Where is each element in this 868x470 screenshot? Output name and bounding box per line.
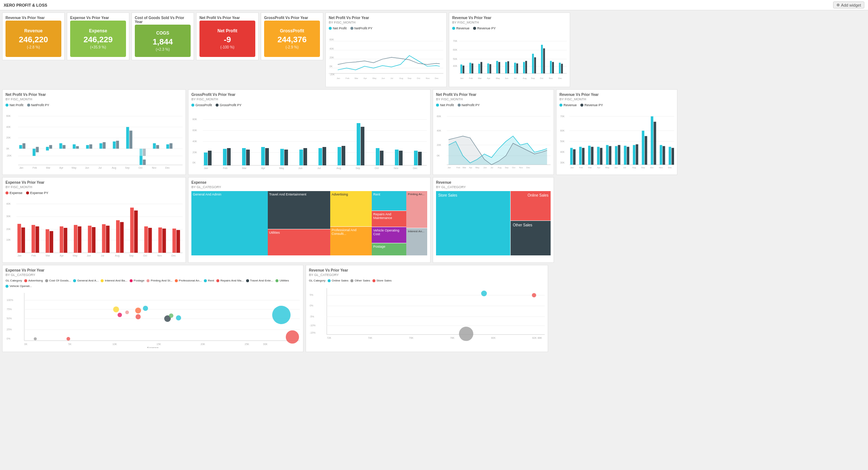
svg-text:75%: 75% <box>7 308 12 311</box>
svg-rect-248 <box>88 226 91 253</box>
svg-rect-33 <box>469 63 471 73</box>
svg-text:Jul: Jul <box>390 77 393 79</box>
svg-rect-255 <box>134 211 138 253</box>
svg-rect-41 <box>505 62 507 73</box>
treemap-postage: Postage <box>372 243 406 255</box>
svg-rect-197 <box>588 146 591 165</box>
cogs-change: (+2.3 %) <box>156 47 170 51</box>
svg-rect-206 <box>627 147 629 165</box>
gross-profit-large-chart: GrossProfit Vs Prior Year BY FISC_MONTH … <box>188 89 431 175</box>
revenue-scatter-svg: 5% 0% -5% -10% -15% 72K 74K 76K 78K 80K … <box>309 284 545 342</box>
svg-rect-249 <box>92 227 96 253</box>
treemap-other-sales: Other Sales <box>511 221 551 255</box>
svg-text:Mar: Mar <box>588 166 592 169</box>
gross-profit-label: GrossProfit <box>280 28 304 33</box>
svg-rect-129 <box>227 148 231 165</box>
svg-rect-54 <box>561 64 563 73</box>
svg-rect-195 <box>579 147 582 165</box>
svg-text:Apr: Apr <box>597 166 600 169</box>
svg-rect-46 <box>525 61 527 73</box>
svg-rect-97 <box>143 159 146 165</box>
svg-rect-140 <box>338 147 341 165</box>
gross-profit-large-subtitle: BY FISC_MONTH <box>191 97 427 101</box>
svg-rect-78 <box>19 145 22 149</box>
svg-text:Nov: Nov <box>394 167 399 169</box>
revenue-label: Revenue <box>24 28 43 33</box>
svg-point-295 <box>272 306 291 324</box>
svg-point-325 <box>481 291 487 297</box>
expense-kpi-card: Expense 246,229 (+35.9 %) <box>70 21 126 57</box>
svg-rect-242 <box>46 229 49 253</box>
svg-text:72K: 72K <box>327 337 332 339</box>
svg-rect-252 <box>116 220 120 253</box>
svg-rect-201 <box>606 145 609 165</box>
svg-rect-35 <box>478 64 480 73</box>
revenue-kpi-card: Revenue 246,220 (-2.8 %) <box>6 21 61 57</box>
svg-text:Jun: Jun <box>87 254 91 257</box>
svg-text:Apr: Apr <box>60 254 64 257</box>
add-widget-button[interactable]: ⊕ Add widget <box>833 1 864 8</box>
svg-rect-34 <box>472 64 473 73</box>
revenue-fisc-subtitle: BY FISC_MONTH <box>452 21 567 24</box>
svg-rect-136 <box>299 150 303 165</box>
expense-gl-legend: GL Category Advertising Cost Of Goods...… <box>6 279 300 288</box>
treemap-utilities: Utilities <box>268 229 330 255</box>
svg-rect-50 <box>543 49 545 73</box>
svg-rect-198 <box>591 147 594 165</box>
revenue-kpi-title: Revenue Vs Prior Year <box>6 16 61 20</box>
treemap-rent: Rent <box>372 191 406 211</box>
svg-rect-83 <box>49 145 52 149</box>
svg-text:Oct: Oct <box>417 77 420 79</box>
svg-text:Oct: Oct <box>375 167 379 169</box>
expense-gl-scatter: Expense Vs Prior Year BY GL_CATEGORY GL … <box>2 265 303 352</box>
svg-text:40K: 40K <box>329 47 334 50</box>
svg-text:May: May <box>279 167 284 170</box>
net-profit-area-subtitle: BY FISC_MONTH <box>436 97 551 101</box>
svg-text:100%: 100% <box>7 299 13 301</box>
svg-text:50K: 50K <box>560 140 565 143</box>
svg-text:Dec: Dec <box>668 166 671 169</box>
svg-rect-100 <box>153 143 156 149</box>
svg-point-294 <box>34 337 37 340</box>
svg-point-296 <box>113 306 119 312</box>
svg-text:Mar: Mar <box>46 166 51 169</box>
svg-rect-256 <box>144 226 148 253</box>
svg-rect-194 <box>573 149 576 165</box>
svg-rect-147 <box>399 151 403 165</box>
revenue-treemap-subtitle: BY GL_CATEGORY <box>436 185 551 189</box>
treemap-travel: Travel And Entertainment <box>268 191 330 229</box>
expense-kpi-title: Expense Vs Prior Year <box>70 16 126 20</box>
svg-text:Aug: Aug <box>336 167 341 170</box>
svg-point-300 <box>143 306 148 311</box>
net-profit-value: -9 <box>224 35 231 44</box>
svg-rect-250 <box>102 224 106 253</box>
svg-point-298 <box>125 311 129 314</box>
revenue-fisc-large-title: Revenue Vs Prior Year <box>559 93 674 97</box>
svg-text:Mar: Mar <box>462 166 466 169</box>
svg-rect-141 <box>342 146 345 165</box>
svg-text:88K: 88K <box>538 337 543 339</box>
svg-rect-37 <box>487 64 489 73</box>
svg-text:40K: 40K <box>6 126 11 128</box>
svg-rect-202 <box>609 146 612 165</box>
svg-rect-196 <box>582 148 584 165</box>
svg-rect-42 <box>507 61 509 73</box>
gross-profit-large-svg: 80K 60K 40K 20K 0K <box>191 108 427 171</box>
svg-text:Dec: Dec <box>413 167 418 169</box>
svg-text:40K: 40K <box>560 151 565 153</box>
svg-text:5K: 5K <box>68 343 72 345</box>
svg-rect-94 <box>126 127 129 149</box>
revenue-gl-scatter-title: Revenue Vs Prior Year <box>309 268 545 272</box>
svg-text:Dec: Dec <box>526 166 530 169</box>
net-profit-kpi-title: Net Profit Vs Prior Year <box>199 16 255 20</box>
revenue-bar-chart-small: 70K 60K 50K 40K <box>452 32 567 83</box>
svg-text:0K: 0K <box>192 161 196 164</box>
cogs-kpi-card: COGS 1,844 (+2.3 %) <box>135 25 191 57</box>
svg-rect-204 <box>618 145 620 165</box>
revenue-treemap-widget: Revenue BY GL_CATEGORY Store Sales Onlin… <box>433 177 554 263</box>
svg-rect-48 <box>534 57 536 73</box>
svg-text:Aug: Aug <box>399 77 403 79</box>
svg-text:Jun: Jun <box>505 77 508 79</box>
revenue-gl-scatter: Revenue Vs Prior Year BY GL_CATEGORY GL … <box>306 265 548 352</box>
svg-rect-207 <box>633 145 635 165</box>
